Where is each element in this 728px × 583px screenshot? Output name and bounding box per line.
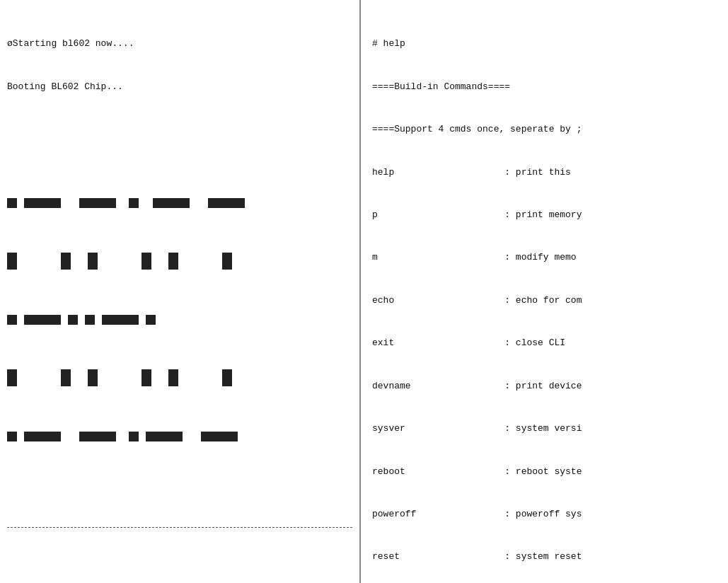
info-block: RISC-V Core Feature:RV32-ACFIMX Build Ve… bbox=[7, 562, 352, 584]
right-line-12: reset : system reset bbox=[372, 550, 721, 564]
right-line-10: reboot : reboot syste bbox=[372, 465, 721, 479]
divider-1 bbox=[7, 527, 352, 528]
right-line-5: m : modify memo bbox=[372, 250, 721, 265]
right-line-8: devname : print device bbox=[372, 379, 721, 393]
right-line-2: ====Support 4 cmds once, seperate by ; bbox=[372, 122, 721, 137]
right-line-3: help : print this bbox=[372, 166, 721, 180]
boot-line-2: Booting BL602 Chip... bbox=[7, 80, 352, 94]
bl602-logo bbox=[7, 155, 352, 471]
right-panel: # help ====Build-in Commands==== ====Sup… bbox=[361, 0, 728, 583]
right-line-1: ====Build-in Commands==== bbox=[372, 80, 721, 94]
left-panel: øStarting bl602 now.... Booting BL602 Ch… bbox=[0, 0, 361, 583]
right-line-6: echo : echo for com bbox=[372, 294, 721, 308]
right-line-7: exit : close CLI bbox=[372, 336, 721, 350]
right-line-4: p : print memory bbox=[372, 208, 721, 222]
right-line-9: sysver : system versi bbox=[372, 422, 721, 436]
boot-line-1: øStarting bl602 now.... bbox=[7, 37, 352, 51]
right-line-0: # help bbox=[372, 37, 721, 51]
right-line-11: poweroff : poweroff sys bbox=[372, 507, 721, 521]
